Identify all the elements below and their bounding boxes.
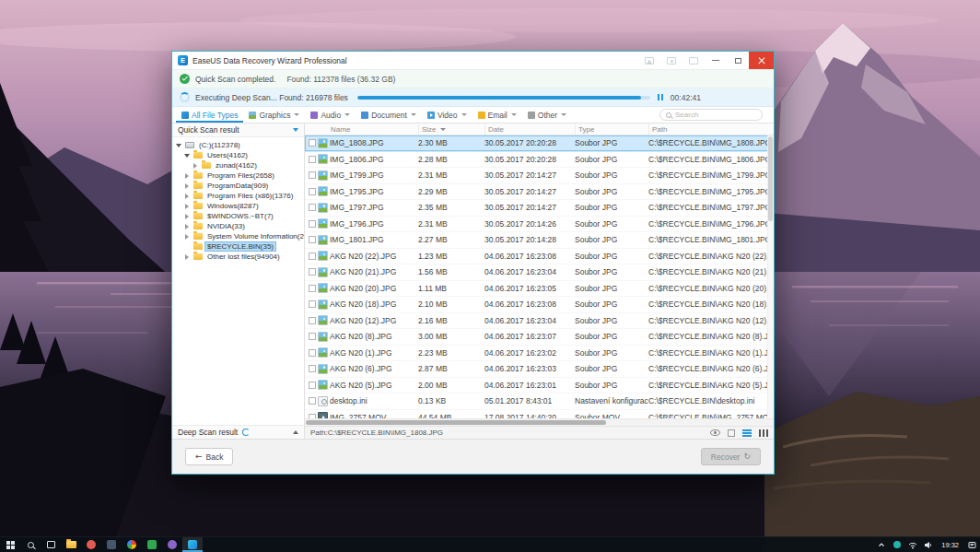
network-button[interactable] xyxy=(904,537,920,552)
expand-caret-icon[interactable] xyxy=(183,182,191,190)
back-button[interactable]: ← Back xyxy=(185,448,233,465)
capture-icon[interactable] xyxy=(645,57,654,65)
tree-item[interactable]: System Volume Information(2) xyxy=(172,231,304,241)
action-center-button[interactable] xyxy=(964,537,980,552)
feedback-icon[interactable] xyxy=(689,57,698,65)
file-row[interactable]: AKG N20 (20).JPG1.11 MB04.06.2017 16:23:… xyxy=(305,281,774,298)
fullscreen-icon[interactable] xyxy=(728,429,735,437)
row-checkbox[interactable] xyxy=(309,333,316,340)
row-checkbox[interactable] xyxy=(309,236,316,243)
file-row[interactable]: AKG N20 (6).JPG2.87 MB04.06.2017 16:23:0… xyxy=(305,361,774,378)
expand-caret-icon[interactable] xyxy=(183,233,191,241)
row-checkbox[interactable] xyxy=(309,365,316,372)
row-checkbox[interactable] xyxy=(309,300,316,308)
filter-tab-email[interactable]: Email xyxy=(472,107,522,123)
file-row[interactable]: AKG N20 (5).JPG2.00 MB04.06.2017 16:23:0… xyxy=(305,378,774,394)
filter-tab-all-file-types[interactable]: All File Types xyxy=(176,107,243,123)
tree-item[interactable]: Program Files(2658) xyxy=(172,170,304,181)
expand-caret-icon[interactable] xyxy=(183,203,191,210)
tree-item[interactable]: $WINDOWS.~BT(7) xyxy=(172,211,304,221)
taskbar-app-2[interactable] xyxy=(101,537,122,552)
column-header-name[interactable]: Name xyxy=(305,123,418,135)
list-view-icon[interactable] xyxy=(742,429,752,437)
row-checkbox[interactable] xyxy=(309,253,316,260)
tree-item[interactable]: zunad(4162) xyxy=(172,160,304,170)
expand-caret-icon[interactable] xyxy=(183,223,191,230)
row-checkbox[interactable] xyxy=(309,204,316,211)
file-row[interactable]: IMG_1799.JPG2.31 MB30.05.2017 20:14:27So… xyxy=(305,168,774,184)
taskbar-app-5[interactable] xyxy=(162,537,182,552)
file-explorer-button[interactable] xyxy=(61,537,81,552)
expand-caret-icon[interactable] xyxy=(183,172,191,180)
filter-tab-document[interactable]: Document xyxy=(356,107,422,123)
file-row[interactable]: IMG_1806.JPG2.28 MB30.05.2017 20:20:28So… xyxy=(305,152,774,169)
pause-button[interactable] xyxy=(658,94,663,100)
taskbar-search-button[interactable] xyxy=(20,537,41,552)
row-checkbox[interactable] xyxy=(309,188,316,195)
detail-view-icon[interactable] xyxy=(759,429,768,437)
expand-caret-icon[interactable] xyxy=(183,152,191,159)
file-row[interactable]: AKG N20 (21).JPG1.56 MB04.06.2017 16:23:… xyxy=(305,264,774,281)
taskbar-easeus-app[interactable] xyxy=(182,537,203,552)
row-checkbox[interactable] xyxy=(309,139,316,147)
file-row[interactable]: IMG_1795.JPG2.29 MB30.05.2017 20:14:27So… xyxy=(305,184,774,201)
file-row[interactable]: AKG N20 (1).JPG2.23 MB04.06.2017 16:23:0… xyxy=(305,346,774,362)
tree-item[interactable]: NVIDIA(33) xyxy=(172,221,304,231)
deep-scan-result-header[interactable]: Deep Scan result xyxy=(172,425,304,439)
tree-item[interactable]: Windows(8287) xyxy=(172,201,304,211)
taskbar-clock[interactable]: 19:32 xyxy=(936,537,964,552)
file-row[interactable]: AKG N20 (12).JPG2.16 MB04.06.2017 16:23:… xyxy=(305,313,774,330)
column-header-path[interactable]: Path xyxy=(648,123,774,135)
file-row[interactable]: AKG N20 (22).JPG1.23 MB04.06.2017 16:23:… xyxy=(305,249,774,265)
start-button[interactable] xyxy=(0,537,20,552)
expand-caret-icon[interactable] xyxy=(175,142,182,149)
file-row[interactable]: AKG N20 (8).JPG3.00 MB04.06.2017 16:23:0… xyxy=(305,329,774,346)
file-row[interactable]: IMG_1796.JPG2.31 MB30.05.2017 20:14:26So… xyxy=(305,217,774,233)
column-header-date[interactable]: Date xyxy=(484,123,575,135)
file-row[interactable]: IMG_1797.JPG2.35 MB30.05.2017 20:14:27So… xyxy=(305,200,774,217)
filter-tab-video[interactable]: Video xyxy=(422,107,472,123)
filter-tab-audio[interactable]: Audio xyxy=(305,107,356,123)
expand-caret-icon[interactable] xyxy=(192,162,199,170)
tree-item[interactable]: ProgramData(909) xyxy=(172,181,304,191)
volume-button[interactable] xyxy=(920,537,936,552)
expand-caret-icon[interactable] xyxy=(293,430,298,434)
taskbar-app-1[interactable] xyxy=(81,537,101,552)
tree-item[interactable]: Program Files (x86)(1376) xyxy=(172,191,304,201)
minimize-button[interactable] xyxy=(705,52,727,69)
recover-button[interactable]: Recover ↻ xyxy=(701,448,761,465)
tree-item[interactable]: (C:)(112378) xyxy=(172,140,304,150)
search-box[interactable] xyxy=(659,109,763,121)
taskbar-app-3[interactable] xyxy=(122,537,142,552)
tree-item[interactable]: Users(4162) xyxy=(172,150,304,160)
filter-tab-graphics[interactable]: Graphics xyxy=(243,107,305,123)
row-checkbox[interactable] xyxy=(309,285,316,292)
tree-item[interactable]: $RECYCLE.BIN(35) xyxy=(172,241,304,252)
gift-icon[interactable] xyxy=(667,57,676,65)
horizontal-scrollbar[interactable] xyxy=(305,418,774,426)
collapse-caret-icon[interactable] xyxy=(293,128,298,132)
row-checkbox[interactable] xyxy=(309,268,316,276)
row-checkbox[interactable] xyxy=(309,349,316,357)
preview-eye-icon[interactable] xyxy=(710,429,720,436)
file-row[interactable]: desktop.ini0.13 KB05.01.2017 8:43:01Nast… xyxy=(305,393,774,410)
file-row[interactable]: IMG_1801.JPG2.27 MB30.05.2017 20:14:28So… xyxy=(305,232,774,249)
vertical-scrollbar-thumb[interactable] xyxy=(768,136,773,221)
search-input[interactable] xyxy=(675,111,756,119)
taskbar-app-4[interactable] xyxy=(142,537,162,552)
maximize-button[interactable] xyxy=(727,52,749,69)
close-button[interactable] xyxy=(749,52,774,69)
row-checkbox[interactable] xyxy=(309,156,316,163)
file-row[interactable]: IMG_1808.JPG2.30 MB30.05.2017 20:20:28So… xyxy=(305,135,774,152)
tree-item[interactable]: Other lost files(94904) xyxy=(172,252,304,262)
file-row[interactable]: AKG N20 (18).JPG2.10 MB04.06.2017 16:23:… xyxy=(305,297,774,313)
vertical-scrollbar[interactable] xyxy=(767,135,774,418)
task-view-button[interactable] xyxy=(41,537,61,552)
filter-tab-other[interactable]: Other xyxy=(522,107,572,123)
file-row[interactable]: IMG_2757.MOV44.54 MB17.08.2017 14:40:20S… xyxy=(305,410,774,419)
expand-caret-icon[interactable] xyxy=(183,213,191,220)
row-checkbox[interactable] xyxy=(309,220,316,228)
column-header-size[interactable]: Size xyxy=(418,123,484,135)
expand-caret-icon[interactable] xyxy=(183,253,191,261)
tray-chevron-button[interactable] xyxy=(873,537,889,552)
